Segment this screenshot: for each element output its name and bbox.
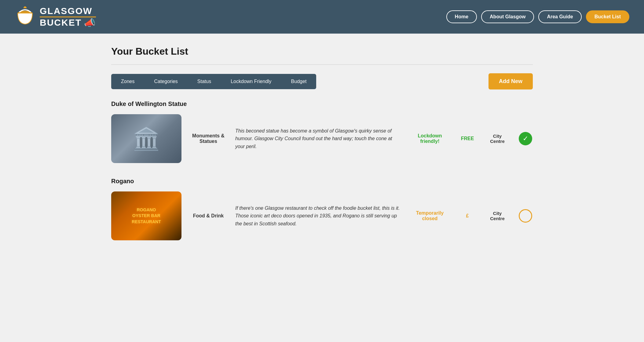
item-image-duke: 🏛️ bbox=[111, 114, 181, 163]
logo-line2-container: BUCKET 📣 bbox=[40, 17, 96, 28]
item-row-rogano: ROGANOOYSTER BARRESTAURANT Food & Drink … bbox=[111, 188, 533, 248]
tab-zones[interactable]: Zones bbox=[111, 74, 144, 89]
item-description-duke: This beconed statue has become a symbol … bbox=[235, 127, 401, 151]
item-status-rogano: Temporarily closed bbox=[410, 210, 450, 221]
item-check-rogano[interactable] bbox=[518, 209, 533, 223]
item-zone-duke: City Centre bbox=[485, 133, 510, 144]
statue-emoji: 🏛️ bbox=[133, 126, 160, 152]
rogano-sign: ROGANOOYSTER BARRESTAURANT bbox=[132, 207, 161, 225]
logo-line1: GLASGOW bbox=[40, 6, 96, 16]
check-filled-icon: ✓ bbox=[519, 132, 532, 145]
site-header: GLASGOW BUCKET 📣 Home About Glasgow Area… bbox=[0, 0, 644, 34]
check-empty-icon bbox=[519, 209, 532, 223]
svg-marker-1 bbox=[23, 6, 27, 8]
item-check-duke[interactable]: ✓ bbox=[518, 131, 533, 146]
logo-area: GLASGOW BUCKET 📣 bbox=[15, 6, 96, 28]
logo-text: GLASGOW BUCKET 📣 bbox=[40, 6, 96, 28]
tab-status[interactable]: Status bbox=[188, 74, 221, 89]
add-new-button[interactable]: Add New bbox=[488, 73, 533, 89]
item-category-duke: Monuments & Statues bbox=[190, 133, 227, 144]
item-row-duke: 🏛️ Monuments & Statues This beconed stat… bbox=[111, 111, 533, 170]
item-section-duke: Duke of Wellington Statue 🏛️ Monuments &… bbox=[111, 98, 533, 170]
item-section-rogano: Rogano ROGANOOYSTER BARRESTAURANT Food &… bbox=[111, 175, 533, 248]
item-budget-rogano: £ bbox=[458, 213, 477, 219]
item-name-rogano: Rogano bbox=[111, 175, 533, 188]
nav-home[interactable]: Home bbox=[446, 10, 477, 23]
item-category-rogano: Food & Drink bbox=[190, 213, 227, 219]
filter-tabs: Zones Categories Status Lockdown Friendl… bbox=[111, 74, 316, 89]
item-name-duke: Duke of Wellington Statue bbox=[111, 98, 533, 111]
tab-budget[interactable]: Budget bbox=[281, 74, 317, 89]
page-title: Your Bucket List bbox=[111, 46, 533, 57]
main-nav: Home About Glasgow Area Guide Bucket Lis… bbox=[446, 10, 629, 23]
nav-area-guide[interactable]: Area Guide bbox=[538, 10, 581, 23]
tab-categories[interactable]: Categories bbox=[144, 74, 187, 89]
item-description-rogano: If there's one Glasgow restaurant to che… bbox=[235, 204, 401, 228]
title-divider bbox=[111, 64, 533, 65]
tab-lockdown-friendly[interactable]: Lockdown Friendly bbox=[221, 74, 281, 89]
main-content: Your Bucket List Zones Categories Status… bbox=[93, 34, 551, 271]
nav-about-glasgow[interactable]: About Glasgow bbox=[481, 10, 534, 23]
filter-bar: Zones Categories Status Lockdown Friendl… bbox=[111, 73, 533, 89]
logo-line2-text: BUCKET bbox=[40, 17, 82, 28]
item-zone-rogano: City Centre bbox=[485, 211, 510, 221]
megaphone-icon: 📣 bbox=[84, 17, 96, 28]
item-status-duke: Lockdown friendly! bbox=[410, 133, 450, 144]
item-budget-duke: FREE bbox=[458, 136, 477, 141]
item-image-rogano: ROGANOOYSTER BARRESTAURANT bbox=[111, 191, 181, 240]
bucket-icon bbox=[15, 6, 35, 27]
bucket-list: Duke of Wellington Statue 🏛️ Monuments &… bbox=[111, 98, 533, 248]
nav-bucket-list[interactable]: Bucket List bbox=[586, 10, 629, 23]
